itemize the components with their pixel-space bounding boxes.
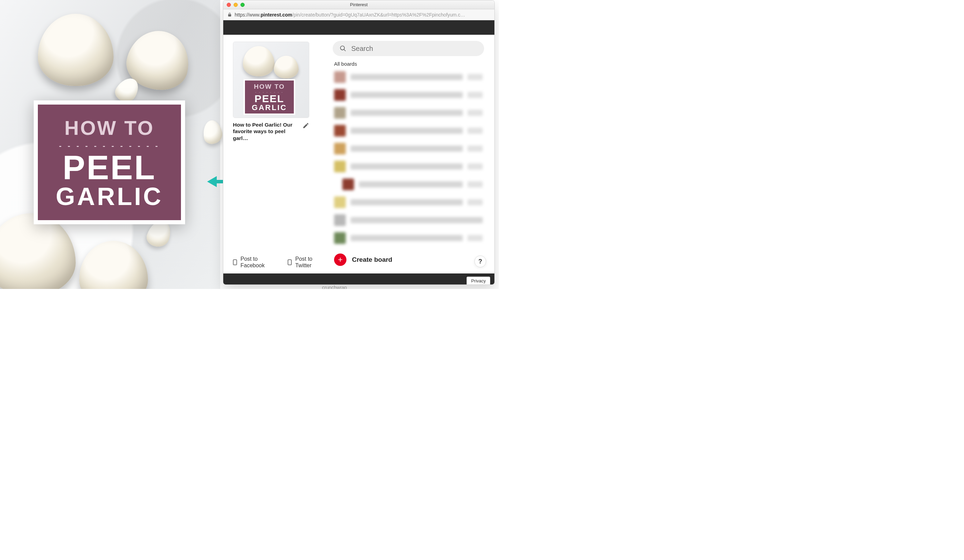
save-button[interactable] bbox=[467, 163, 483, 169]
page-header-band bbox=[223, 20, 494, 35]
board-name bbox=[350, 163, 463, 169]
board-row[interactable] bbox=[333, 213, 484, 228]
pinterest-save-modal: HOW TO - - - - - - - - PEEL GARLIC How t… bbox=[223, 35, 494, 273]
edit-icon[interactable] bbox=[303, 122, 309, 129]
url-host: https://www.pinterest.com bbox=[234, 12, 292, 18]
post-twitter-label: Post to Twitter bbox=[295, 256, 318, 269]
board-thumbnail bbox=[334, 107, 346, 119]
post-facebook-label: Post to Facebook bbox=[241, 256, 267, 269]
board-thumbnail bbox=[334, 214, 346, 226]
board-name bbox=[350, 92, 463, 98]
board-search-input[interactable] bbox=[351, 45, 477, 53]
badge-line2: PEEL bbox=[63, 152, 156, 183]
board-name bbox=[350, 145, 463, 152]
board-thumbnail bbox=[334, 71, 346, 83]
help-button[interactable]: ? bbox=[474, 256, 486, 267]
board-thumbnail bbox=[342, 179, 354, 190]
board-row[interactable] bbox=[333, 231, 484, 246]
page-footer-band bbox=[223, 273, 494, 285]
board-thumbnail bbox=[334, 232, 346, 244]
all-boards-label: All boards bbox=[334, 61, 483, 67]
article-image: HOW TO - - - - - - - - - - - - PEEL GARL… bbox=[0, 0, 220, 289]
search-icon bbox=[340, 45, 347, 52]
url-path: /pin/create/button/?guid=0gUq7aUAxnZK&ur… bbox=[292, 12, 465, 18]
window-title: Pinterest bbox=[223, 2, 494, 7]
board-name bbox=[350, 235, 463, 241]
board-row[interactable] bbox=[333, 123, 484, 138]
window-titlebar: Pinterest bbox=[223, 0, 494, 9]
board-row[interactable] bbox=[333, 87, 484, 103]
board-row[interactable] bbox=[333, 105, 484, 120]
board-thumbnail bbox=[334, 143, 346, 155]
save-button[interactable] bbox=[467, 199, 483, 205]
board-search[interactable] bbox=[333, 41, 484, 56]
pin-description[interactable]: How to Peel Garlic! Our favorite ways to… bbox=[233, 121, 300, 142]
browser-window: Pinterest https://www.pinterest.com /pin… bbox=[223, 0, 495, 285]
badge-line3: GARLIC bbox=[56, 185, 163, 208]
board-name bbox=[359, 181, 463, 187]
save-button[interactable] bbox=[467, 128, 483, 134]
create-board-label: Create board bbox=[352, 256, 392, 264]
post-twitter-checkbox[interactable] bbox=[288, 259, 292, 265]
board-row[interactable] bbox=[333, 70, 484, 85]
post-facebook-checkbox[interactable] bbox=[233, 259, 237, 265]
board-thumbnail bbox=[334, 89, 346, 101]
board-name bbox=[350, 199, 463, 205]
save-button[interactable] bbox=[467, 145, 483, 152]
question-icon: ? bbox=[479, 258, 482, 265]
save-button[interactable] bbox=[467, 181, 483, 187]
board-name bbox=[350, 74, 463, 80]
privacy-tab[interactable]: Privacy bbox=[467, 277, 490, 285]
stray-text: crunchwrap bbox=[322, 285, 347, 289]
save-button[interactable] bbox=[467, 110, 483, 116]
board-thumbnail bbox=[334, 125, 346, 137]
save-button[interactable] bbox=[467, 92, 483, 98]
board-row[interactable] bbox=[341, 177, 484, 192]
board-name bbox=[350, 128, 463, 134]
create-board-button[interactable]: Create board bbox=[333, 250, 484, 269]
pin-preview-image: HOW TO - - - - - - - - PEEL GARLIC bbox=[233, 42, 309, 118]
board-name bbox=[350, 110, 463, 116]
board-name bbox=[350, 217, 483, 223]
address-bar[interactable]: https://www.pinterest.com /pin/create/bu… bbox=[223, 9, 494, 20]
board-thumbnail bbox=[334, 161, 346, 173]
board-row[interactable] bbox=[333, 195, 484, 210]
boards-list[interactable] bbox=[333, 70, 484, 250]
board-row[interactable] bbox=[333, 159, 484, 174]
save-button[interactable] bbox=[467, 235, 483, 241]
badge-line1: HOW TO bbox=[64, 116, 154, 139]
board-thumbnail bbox=[334, 196, 346, 208]
save-button[interactable] bbox=[467, 74, 483, 80]
title-badge: HOW TO - - - - - - - - - - - - PEEL GARL… bbox=[34, 101, 185, 224]
lock-icon bbox=[227, 12, 232, 17]
plus-icon bbox=[334, 254, 347, 266]
board-row[interactable] bbox=[333, 141, 484, 156]
